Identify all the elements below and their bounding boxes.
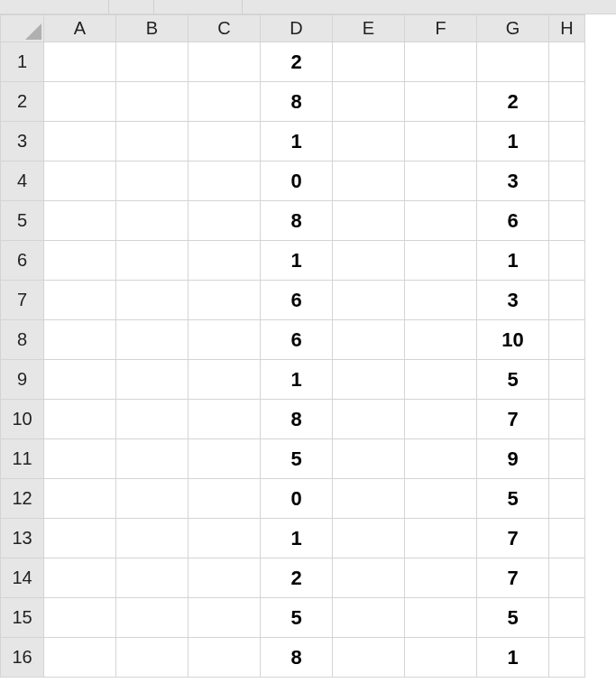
cell-G11[interactable]: 9 bbox=[477, 439, 549, 479]
cell-G6[interactable]: 1 bbox=[477, 241, 549, 281]
cell-B2[interactable] bbox=[116, 82, 188, 122]
row-header-3[interactable]: 3 bbox=[1, 122, 44, 161]
cell-H10[interactable] bbox=[549, 400, 585, 439]
spreadsheet-grid[interactable]: A B C D E F G H 122823114035866117638610… bbox=[0, 14, 585, 678]
cell-E13[interactable] bbox=[333, 519, 405, 558]
row-header-2[interactable]: 2 bbox=[1, 82, 44, 122]
col-header-E[interactable]: E bbox=[333, 15, 405, 42]
cell-E11[interactable] bbox=[333, 439, 405, 479]
cell-F15[interactable] bbox=[405, 598, 477, 638]
cell-C6[interactable] bbox=[188, 241, 261, 281]
row-header-12[interactable]: 12 bbox=[1, 479, 44, 519]
cell-A9[interactable] bbox=[44, 360, 116, 400]
col-header-F[interactable]: F bbox=[405, 15, 477, 42]
cell-H14[interactable] bbox=[549, 558, 585, 598]
cell-E8[interactable] bbox=[333, 320, 405, 360]
cell-F14[interactable] bbox=[405, 558, 477, 598]
cell-H6[interactable] bbox=[549, 241, 585, 281]
cell-A7[interactable] bbox=[44, 281, 116, 320]
cell-D2[interactable]: 8 bbox=[261, 82, 333, 122]
cell-C9[interactable] bbox=[188, 360, 261, 400]
cell-C16[interactable] bbox=[188, 638, 261, 678]
row-header-16[interactable]: 16 bbox=[1, 638, 44, 678]
cell-F12[interactable] bbox=[405, 479, 477, 519]
cell-G3[interactable]: 1 bbox=[477, 122, 549, 161]
cell-B14[interactable] bbox=[116, 558, 188, 598]
cell-D10[interactable]: 8 bbox=[261, 400, 333, 439]
cell-F16[interactable] bbox=[405, 638, 477, 678]
cell-F10[interactable] bbox=[405, 400, 477, 439]
cell-G2[interactable]: 2 bbox=[477, 82, 549, 122]
cell-F1[interactable] bbox=[405, 42, 477, 82]
cell-E15[interactable] bbox=[333, 598, 405, 638]
cell-E3[interactable] bbox=[333, 122, 405, 161]
cell-C13[interactable] bbox=[188, 519, 261, 558]
cell-G7[interactable]: 3 bbox=[477, 281, 549, 320]
col-header-C[interactable]: C bbox=[188, 15, 261, 42]
cell-F7[interactable] bbox=[405, 281, 477, 320]
cell-B16[interactable] bbox=[116, 638, 188, 678]
select-all-corner[interactable] bbox=[1, 15, 44, 42]
col-header-D[interactable]: D bbox=[261, 15, 333, 42]
cell-F2[interactable] bbox=[405, 82, 477, 122]
cell-A4[interactable] bbox=[44, 161, 116, 201]
row-header-9[interactable]: 9 bbox=[1, 360, 44, 400]
row-header-10[interactable]: 10 bbox=[1, 400, 44, 439]
cell-F6[interactable] bbox=[405, 241, 477, 281]
cell-H12[interactable] bbox=[549, 479, 585, 519]
cell-A13[interactable] bbox=[44, 519, 116, 558]
cell-D11[interactable]: 5 bbox=[261, 439, 333, 479]
cell-H7[interactable] bbox=[549, 281, 585, 320]
cell-A1[interactable] bbox=[44, 42, 116, 82]
cell-H2[interactable] bbox=[549, 82, 585, 122]
cell-H13[interactable] bbox=[549, 519, 585, 558]
cell-E14[interactable] bbox=[333, 558, 405, 598]
row-header-7[interactable]: 7 bbox=[1, 281, 44, 320]
cell-C3[interactable] bbox=[188, 122, 261, 161]
cell-F3[interactable] bbox=[405, 122, 477, 161]
cell-E5[interactable] bbox=[333, 201, 405, 241]
cell-C2[interactable] bbox=[188, 82, 261, 122]
cell-H11[interactable] bbox=[549, 439, 585, 479]
cell-H15[interactable] bbox=[549, 598, 585, 638]
cell-A8[interactable] bbox=[44, 320, 116, 360]
cell-F8[interactable] bbox=[405, 320, 477, 360]
cell-C7[interactable] bbox=[188, 281, 261, 320]
cell-E10[interactable] bbox=[333, 400, 405, 439]
cell-E4[interactable] bbox=[333, 161, 405, 201]
cell-H5[interactable] bbox=[549, 201, 585, 241]
cell-D14[interactable]: 2 bbox=[261, 558, 333, 598]
cell-E6[interactable] bbox=[333, 241, 405, 281]
cell-B4[interactable] bbox=[116, 161, 188, 201]
cell-E12[interactable] bbox=[333, 479, 405, 519]
row-header-13[interactable]: 13 bbox=[1, 519, 44, 558]
cell-A2[interactable] bbox=[44, 82, 116, 122]
cell-A14[interactable] bbox=[44, 558, 116, 598]
cell-D3[interactable]: 1 bbox=[261, 122, 333, 161]
cell-E16[interactable] bbox=[333, 638, 405, 678]
row-header-5[interactable]: 5 bbox=[1, 201, 44, 241]
cell-A15[interactable] bbox=[44, 598, 116, 638]
col-header-B[interactable]: B bbox=[116, 15, 188, 42]
cell-G15[interactable]: 5 bbox=[477, 598, 549, 638]
cell-A6[interactable] bbox=[44, 241, 116, 281]
row-header-8[interactable]: 8 bbox=[1, 320, 44, 360]
row-header-15[interactable]: 15 bbox=[1, 598, 44, 638]
cell-D1[interactable]: 2 bbox=[261, 42, 333, 82]
cell-B8[interactable] bbox=[116, 320, 188, 360]
row-header-11[interactable]: 11 bbox=[1, 439, 44, 479]
row-header-4[interactable]: 4 bbox=[1, 161, 44, 201]
cell-A3[interactable] bbox=[44, 122, 116, 161]
cell-H4[interactable] bbox=[549, 161, 585, 201]
cell-G16[interactable]: 1 bbox=[477, 638, 549, 678]
cell-C15[interactable] bbox=[188, 598, 261, 638]
col-header-A[interactable]: A bbox=[44, 15, 116, 42]
cell-C8[interactable] bbox=[188, 320, 261, 360]
cell-A5[interactable] bbox=[44, 201, 116, 241]
cell-F13[interactable] bbox=[405, 519, 477, 558]
cell-D6[interactable]: 1 bbox=[261, 241, 333, 281]
cell-D5[interactable]: 8 bbox=[261, 201, 333, 241]
col-header-H[interactable]: H bbox=[549, 15, 585, 42]
cell-F4[interactable] bbox=[405, 161, 477, 201]
cell-D4[interactable]: 0 bbox=[261, 161, 333, 201]
